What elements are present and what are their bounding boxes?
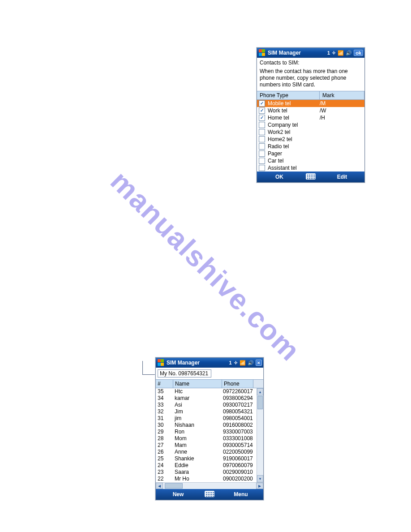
col-phone[interactable]: Phone [222, 380, 253, 388]
close-button[interactable]: × [256, 360, 262, 366]
checkbox[interactable] [259, 136, 265, 142]
keyboard-icon[interactable] [302, 173, 320, 181]
cell-index: 24 [156, 462, 173, 468]
vertical-scrollbar[interactable]: ▲ ▼ [257, 388, 263, 482]
cell-name: Nishaan [173, 422, 221, 428]
scroll-thumb[interactable] [257, 396, 263, 409]
start-icon[interactable] [259, 49, 266, 56]
phone-type-label: Work tel [267, 107, 318, 114]
phone-type-row[interactable]: ✓Work tel/W [257, 107, 364, 114]
scroll-up-icon[interactable]: ▲ [257, 388, 263, 395]
phone-type-row[interactable]: Home2 tel [257, 136, 364, 143]
cell-phone: 0980054321 [221, 408, 257, 415]
volume-icon: 🔊 [346, 50, 352, 56]
checkbox[interactable]: ✓ [259, 115, 265, 121]
cell-name: Htc [173, 388, 221, 395]
signal-icon: 📶 [338, 50, 344, 56]
hscroll-thumb[interactable] [165, 483, 183, 489]
contact-row[interactable]: 23Saara0029009010 [156, 469, 257, 476]
title-notification-count: 1 [327, 50, 330, 56]
cell-phone: 0930005714 [221, 442, 257, 448]
checkbox[interactable] [259, 129, 265, 135]
contact-row[interactable]: 22Mr Ho0900200200 [156, 476, 257, 482]
horizontal-scrollbar[interactable]: ◀ ▶ [156, 482, 263, 489]
checkbox[interactable] [259, 165, 265, 171]
softkey-edit[interactable]: Edit [320, 174, 364, 180]
contact-row[interactable]: 33Asi0930070217 [156, 402, 257, 408]
contact-row[interactable]: 26Anne0220050099 [156, 449, 257, 455]
scroll-left-icon[interactable]: ◀ [156, 483, 163, 489]
cell-index: 31 [156, 415, 173, 421]
col-phone-type[interactable]: Phone Type [257, 91, 320, 99]
phone-type-mark: /W [318, 107, 364, 114]
phone-type-row[interactable]: Radio tel [257, 143, 364, 150]
phone-type-label: Radio tel [267, 143, 318, 150]
phone-type-row[interactable]: ✓Mobile tel/M [257, 100, 364, 107]
cell-name: Eddie [173, 462, 221, 468]
cell-phone: 9190060017 [221, 455, 257, 462]
phone-type-row[interactable]: Pager [257, 150, 364, 157]
contact-row[interactable]: 34kamar0938006294 [156, 395, 257, 402]
scroll-down-icon[interactable]: ▼ [257, 475, 263, 482]
contact-row[interactable]: 28Mom0333001008 [156, 435, 257, 442]
phone-type-row[interactable]: Assistant tel [257, 164, 364, 172]
phone-type-row[interactable]: Car tel [257, 157, 364, 164]
contact-row[interactable]: 31jim0980054001 [156, 415, 257, 422]
screen-sim-contact-list: SIM Manager 1 ✧ 📶 🔊 × My No. 0987654321 … [155, 357, 264, 500]
checkbox[interactable]: ✓ [259, 107, 265, 114]
start-icon[interactable] [158, 359, 165, 366]
phone-type-label: Assistant tel [267, 165, 318, 171]
contact-row[interactable]: 27Mam0930005714 [156, 442, 257, 449]
signal-icon: 📶 [240, 360, 246, 366]
contact-row[interactable]: 29Ron9330007003 [156, 429, 257, 435]
phone-type-label: Pager [267, 150, 318, 157]
phone-type-label: Company tel [267, 122, 318, 128]
cell-index: 23 [156, 469, 173, 475]
cell-index: 33 [156, 402, 173, 408]
title-notification-count: 1 [229, 360, 231, 365]
keyboard-icon[interactable] [201, 491, 218, 498]
cell-name: Ron [173, 429, 221, 435]
cell-phone: 0930070217 [221, 402, 257, 408]
checkbox[interactable] [259, 158, 265, 164]
my-number-field[interactable]: My No. 0987654321 [158, 369, 211, 378]
cell-index: 26 [156, 449, 173, 455]
ok-button[interactable]: ok [354, 50, 363, 56]
scroll-right-icon[interactable]: ▶ [256, 483, 263, 489]
phone-type-row[interactable]: Work2 tel [257, 129, 364, 136]
cell-name: Mom [173, 435, 221, 442]
softkey-ok[interactable]: OK [257, 174, 302, 180]
checkbox[interactable] [259, 143, 265, 150]
contact-row[interactable]: 32Jim0980054321 [156, 408, 257, 415]
phone-type-row[interactable]: Company tel [257, 121, 364, 129]
phone-type-mark: /H [318, 115, 364, 121]
checkbox[interactable]: ✓ [259, 100, 265, 107]
checkbox[interactable] [259, 150, 265, 157]
checkbox[interactable] [259, 122, 265, 128]
titlebar: SIM Manager 1 ✧ 📶 🔊 ok [257, 48, 364, 58]
contact-row[interactable]: 25Shankie9190060017 [156, 455, 257, 462]
info-body: When the contact has more than one phone… [260, 68, 362, 88]
col-index[interactable]: # [156, 380, 173, 388]
cell-index: 28 [156, 435, 173, 442]
cell-name: Jim [173, 408, 221, 415]
softkey-menu[interactable]: Menu [218, 491, 263, 498]
col-mark[interactable]: Mark [320, 91, 364, 99]
annotation-line [142, 361, 156, 375]
contact-row[interactable]: 30Nishaan0916008002 [156, 422, 257, 429]
contact-row[interactable]: 24Eddie0970060079 [156, 462, 257, 469]
softkey-bar: OK Edit [257, 172, 364, 182]
contact-row[interactable]: 35Htc0972260017 [156, 388, 257, 395]
softkey-new[interactable]: New [156, 491, 201, 498]
phone-type-row[interactable]: ✓Home tel/H [257, 114, 364, 121]
titlebar: SIM Manager 1 ✧ 📶 🔊 × [156, 358, 263, 368]
phone-type-mark: /M [318, 100, 364, 107]
cell-phone: 0333001008 [221, 435, 257, 442]
cell-name: Saara [173, 469, 221, 475]
col-name[interactable]: Name [173, 380, 222, 388]
cell-phone: 0220050099 [221, 449, 257, 455]
cell-name: kamar [173, 395, 221, 401]
screen-contacts-to-sim: SIM Manager 1 ✧ 📶 🔊 ok Contacts to SIM: … [257, 47, 365, 183]
cell-index: 30 [156, 422, 173, 428]
cell-phone: 0916008002 [221, 422, 257, 428]
